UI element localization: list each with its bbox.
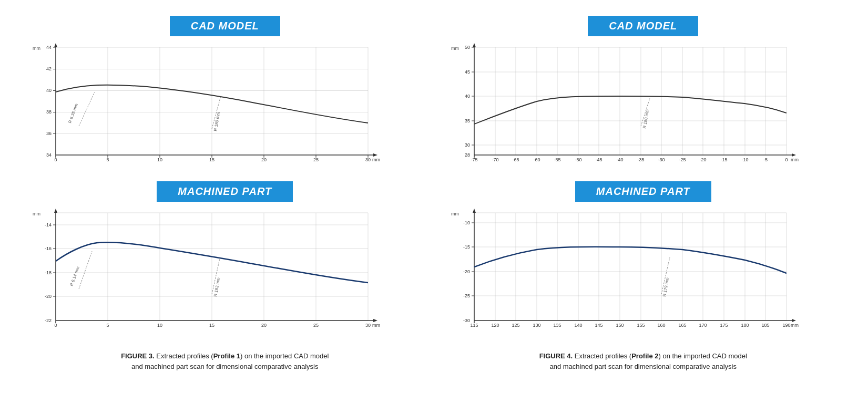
svg-text:mm: mm xyxy=(791,323,799,328)
svg-text:120: 120 xyxy=(491,323,499,328)
svg-text:15: 15 xyxy=(209,157,215,162)
svg-text:mm: mm xyxy=(372,323,380,328)
svg-text:mm: mm xyxy=(791,157,799,162)
svg-text:-22: -22 xyxy=(45,318,52,323)
figure-3-profile: Profile 1 xyxy=(213,352,240,360)
svg-line-142 xyxy=(79,251,92,289)
svg-text:mm: mm xyxy=(451,46,459,51)
svg-text:44: 44 xyxy=(46,45,52,50)
svg-text:R 182 mm: R 182 mm xyxy=(213,277,221,297)
svg-text:0: 0 xyxy=(54,157,57,162)
svg-text:40: 40 xyxy=(46,88,52,93)
svg-text:155: 155 xyxy=(637,323,645,328)
svg-text:-18: -18 xyxy=(45,270,52,275)
chart-svg-bottom-right: mm xyxy=(445,205,802,336)
svg-text:0: 0 xyxy=(785,157,788,162)
svg-text:150: 150 xyxy=(616,323,624,328)
svg-text:-20: -20 xyxy=(699,157,706,162)
svg-rect-146 xyxy=(474,213,787,321)
svg-text:30: 30 xyxy=(464,142,469,148)
chart-panel-bottom-left: MACHINED PART mm xyxy=(26,181,424,336)
svg-marker-194 xyxy=(792,319,796,322)
svg-marker-98 xyxy=(473,43,476,47)
svg-marker-31 xyxy=(373,153,377,157)
chart-svg-top-left: mm xyxy=(26,39,384,171)
chart-title-bottom-right: MACHINED PART xyxy=(575,181,711,202)
svg-text:20: 20 xyxy=(261,323,267,328)
svg-marker-97 xyxy=(792,153,796,157)
chart-area-bottom-left: mm -22 xyxy=(26,205,424,336)
figure-4-label: FIGURE 4. xyxy=(539,352,573,360)
figure-3-caption: FIGURE 3. Extracted profiles (Profile 1)… xyxy=(26,351,424,371)
svg-text:R 6.35 mm: R 6.35 mm xyxy=(67,103,79,124)
chart-svg-top-right: mm xyxy=(445,39,802,171)
svg-text:-45: -45 xyxy=(595,157,602,162)
svg-text:5: 5 xyxy=(106,323,109,328)
figure-4-profile: Profile 2 xyxy=(631,352,658,360)
svg-text:-35: -35 xyxy=(637,157,644,162)
svg-text:45: 45 xyxy=(464,69,469,75)
svg-text:175: 175 xyxy=(720,323,728,328)
svg-text:165: 165 xyxy=(678,323,686,328)
svg-marker-195 xyxy=(473,209,476,213)
svg-text:15: 15 xyxy=(209,323,215,328)
chart-panel-top-right: CAD MODEL mm xyxy=(445,16,842,171)
svg-text:R 179 mm: R 179 mm xyxy=(662,277,670,297)
svg-text:-20: -20 xyxy=(463,269,469,274)
chart-area-top-right: mm xyxy=(445,39,842,171)
svg-text:40: 40 xyxy=(464,94,469,99)
svg-text:-75: -75 xyxy=(471,157,477,162)
svg-text:-10: -10 xyxy=(741,157,748,162)
svg-text:0: 0 xyxy=(54,323,57,328)
svg-text:-50: -50 xyxy=(575,157,581,162)
svg-text:-10: -10 xyxy=(463,220,469,225)
svg-text:34: 34 xyxy=(46,152,52,158)
figure-3-label: FIGURE 3. xyxy=(121,352,155,360)
svg-text:36: 36 xyxy=(46,131,52,136)
chart-area-top-left: mm xyxy=(26,39,424,171)
chart-panel-bottom-right: MACHINED PART mm xyxy=(445,181,842,336)
svg-text:-55: -55 xyxy=(554,157,560,162)
svg-text:-30: -30 xyxy=(658,157,665,162)
figure-captions: FIGURE 3. Extracted profiles (Profile 1)… xyxy=(11,342,857,371)
svg-text:mm: mm xyxy=(33,211,40,216)
svg-text:115: 115 xyxy=(470,323,478,328)
chart-svg-bottom-left: mm -22 xyxy=(26,205,384,336)
svg-text:10: 10 xyxy=(157,323,162,328)
svg-text:10: 10 xyxy=(157,157,162,162)
svg-text:180: 180 xyxy=(741,323,749,328)
svg-text:135: 135 xyxy=(553,323,561,328)
svg-text:-25: -25 xyxy=(679,157,686,162)
svg-text:mm: mm xyxy=(33,46,40,51)
svg-text:5: 5 xyxy=(106,157,109,162)
svg-text:-20: -20 xyxy=(45,294,52,299)
chart-title-top-left: CAD MODEL xyxy=(170,16,280,36)
svg-text:25: 25 xyxy=(313,323,319,328)
svg-text:mm: mm xyxy=(451,211,459,216)
svg-text:mm: mm xyxy=(372,157,380,162)
svg-text:20: 20 xyxy=(261,157,267,162)
chart-title-top-right: CAD MODEL xyxy=(588,16,698,36)
svg-text:145: 145 xyxy=(595,323,603,328)
svg-text:-15: -15 xyxy=(720,157,727,162)
svg-text:-16: -16 xyxy=(45,246,52,251)
svg-text:30: 30 xyxy=(365,323,371,328)
svg-text:50: 50 xyxy=(464,45,469,50)
svg-text:-30: -30 xyxy=(463,318,469,323)
svg-text:130: 130 xyxy=(533,323,540,328)
svg-text:-5: -5 xyxy=(763,157,767,162)
svg-text:170: 170 xyxy=(699,323,707,328)
svg-marker-32 xyxy=(54,43,57,47)
svg-text:160: 160 xyxy=(657,323,665,328)
svg-text:140: 140 xyxy=(574,323,582,328)
chart-area-bottom-right: mm xyxy=(445,205,842,336)
svg-text:35: 35 xyxy=(464,118,469,123)
charts-grid: CAD MODEL mm xyxy=(11,11,857,342)
svg-rect-48 xyxy=(474,47,787,155)
chart-title-bottom-left: MACHINED PART xyxy=(157,181,293,202)
figure-4-caption: FIGURE 4. Extracted profiles (Profile 2)… xyxy=(445,351,842,371)
svg-text:-70: -70 xyxy=(492,157,498,162)
svg-text:125: 125 xyxy=(512,323,519,328)
svg-text:R 180 mm: R 180 mm xyxy=(642,109,650,129)
svg-text:30: 30 xyxy=(365,157,371,162)
